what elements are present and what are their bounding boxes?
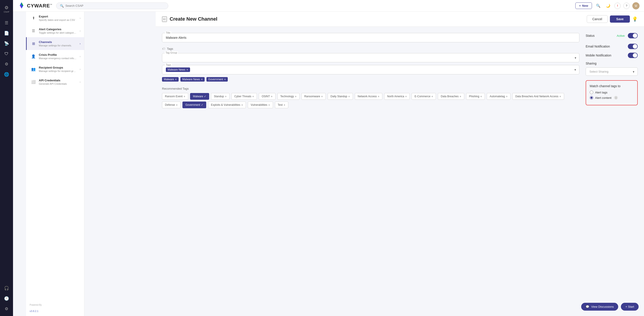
search-icon-btn[interactable]: 🔍 — [595, 2, 602, 9]
rec-tag-13[interactable]: Automatetag + — [487, 93, 510, 100]
back-button[interactable]: ← — [162, 16, 167, 22]
sidebar-item-export[interactable]: ⬆ Export Specify dates and export as CSV… — [26, 12, 84, 24]
help-icon-btn[interactable]: ? — [623, 3, 630, 9]
rec-tag-icon-11: + — [460, 95, 461, 98]
lightbulb-icon[interactable]: 💡 — [632, 16, 638, 22]
start-button[interactable]: + Start — [621, 303, 638, 311]
header-actions: + New 🔍 🌙 ! ? U — [575, 2, 640, 9]
rec-tag-icon-3: + — [252, 95, 254, 98]
rec-tag-11[interactable]: Data Breaches + — [438, 93, 464, 100]
rec-tag-icon-10: + — [431, 95, 433, 98]
svg-marker-3 — [22, 5, 23, 8]
sharing-select-wrapper[interactable]: Select Sharing — [586, 67, 638, 76]
rec-tag-icon-5: + — [295, 95, 297, 98]
rec-tag-icon-4: + — [271, 95, 273, 98]
rec-tag-0[interactable]: Ransom Event + — [162, 93, 188, 100]
save-button[interactable]: Save — [610, 15, 630, 23]
rec-tag-8[interactable]: Network Access + — [355, 93, 382, 100]
rec-tag-19[interactable]: Test + — [275, 102, 288, 108]
plus-icon: + — [579, 4, 581, 7]
status-toggle[interactable] — [628, 33, 638, 38]
rec-tag-icon-19: + — [284, 103, 286, 107]
user-avatar[interactable]: U — [632, 2, 640, 9]
rec-tag-4[interactable]: OSINT + — [259, 93, 276, 100]
email-notification-toggle[interactable] — [628, 44, 638, 49]
alert-content-radio[interactable] — [590, 96, 593, 100]
rec-tag-label-14: Data Breaches And Network Access — [515, 95, 558, 98]
api-credentials-arrow: › — [80, 80, 80, 84]
svg-marker-1 — [22, 2, 23, 5]
rec-tag-icon-15: + — [176, 103, 178, 107]
svg-marker-2 — [20, 5, 22, 8]
rec-tag-label-5: Technology — [280, 95, 294, 98]
svg-marker-0 — [20, 2, 22, 5]
rec-tag-12[interactable]: Phishing + — [466, 93, 485, 100]
rec-tag-label-7: Daily Standup — [330, 95, 347, 98]
sidebar-item-api-credentials[interactable]: ⬜ API Credentials Generate API Credentia… — [26, 76, 84, 88]
version-label: v3.8.2.1 — [26, 309, 84, 316]
remove-malware[interactable]: ✕ — [175, 78, 177, 81]
rec-tag-icon-14: + — [559, 95, 561, 98]
rec-tag-10[interactable]: E-Commerce + — [412, 93, 436, 100]
title-input[interactable] — [162, 33, 579, 42]
form-area: Title 🏷 Tags Tag Group — [156, 27, 644, 115]
main-wrapper: ⚙ CSAP ☰ 📄 📡 🛡 ⚙ 🌐 🎧 🕐 ⚙ — [13, 12, 644, 316]
moon-icon-btn[interactable]: 🌙 — [604, 2, 612, 9]
rec-tag-14[interactable]: Data Breaches And Network Access + — [512, 93, 564, 100]
sidebar-item-recipient-groups[interactable]: 👥 Recipient Groups Manage settings for r… — [26, 63, 84, 76]
sidebar-item-alert-categories[interactable]: ☰ Alert Categories Toggle settings for a… — [26, 24, 84, 37]
alert-content-radio-row[interactable]: Alert content i — [590, 96, 634, 100]
email-notification-row: Email Notification — [586, 44, 638, 49]
remove-malware-news[interactable]: ✕ — [201, 78, 203, 81]
search-icon: 🔍 — [60, 4, 64, 8]
sidebar-item-crisis-profile[interactable]: 👤 Crisis Profile Manage emergency contac… — [26, 50, 84, 63]
view-discussions-button[interactable]: 💬 View Discussions — [581, 303, 618, 311]
rec-tag-9[interactable]: North America + — [384, 93, 410, 100]
rec-tag-label-10: E-Commerce — [414, 95, 430, 98]
page-header: ← Create New Channel Cancel Save 💡 — [156, 12, 644, 27]
logo-text: CYWARE™ — [27, 3, 52, 9]
tags-input-wrapper[interactable]: Tags Malware News ✕ — [162, 65, 580, 74]
mobile-notification-row: Mobile Notification — [586, 53, 638, 58]
rec-tag-icon-0: + — [184, 95, 185, 98]
rec-tag-6[interactable]: Ransomware + — [301, 93, 326, 100]
rec-tag-17[interactable]: Exploits & Vulnerabilities + — [208, 102, 246, 108]
new-button[interactable]: + New — [575, 2, 592, 9]
rec-tag-1[interactable]: Malware ✓ — [190, 93, 209, 100]
alert-categories-icon: ☰ — [30, 28, 36, 34]
rec-tag-2[interactable]: Standup + — [211, 93, 230, 100]
rec-tag-label-6: Ransomware — [304, 95, 320, 98]
cancel-button[interactable]: Cancel — [587, 15, 608, 23]
search-input[interactable] — [66, 4, 164, 7]
email-notification-label: Email Notification — [586, 45, 610, 48]
rec-tag-16[interactable]: Government ✓ — [182, 102, 206, 108]
logo-area: CYWARE™ — [18, 2, 52, 10]
floating-bottom: 💬 View Discussions + Start — [581, 303, 638, 311]
rec-tag-label-19: Test — [278, 103, 283, 106]
rec-tag-label-16: Government — [185, 103, 200, 106]
alert-icon-btn[interactable]: ! — [614, 3, 621, 9]
rec-tag-15[interactable]: Defense + — [162, 102, 181, 108]
tag-group-wrapper[interactable]: Tag Group — [162, 53, 580, 62]
sidebar: ⬆ Export Specify dates and export as CSV… — [26, 12, 84, 316]
rec-tag-7[interactable]: Daily Standup + — [328, 93, 353, 100]
mobile-notification-toggle[interactable] — [628, 53, 638, 58]
alert-tags-label: Alert tags — [595, 91, 608, 94]
tag-group-select[interactable] — [162, 53, 580, 62]
rec-tag-3[interactable]: Cyber Threats + — [231, 93, 257, 100]
alert-tags-radio-row[interactable]: Alert tags — [590, 91, 634, 94]
remove-government[interactable]: ✕ — [224, 78, 226, 81]
rec-tag-icon-16: ✓ — [201, 103, 203, 106]
alert-content-info-icon[interactable]: i — [614, 96, 618, 100]
sharing-select[interactable]: Select Sharing — [586, 68, 638, 76]
alert-tags-radio[interactable] — [590, 91, 593, 94]
rec-tag-5[interactable]: Technology + — [277, 93, 300, 100]
rec-tag-18[interactable]: Vulnerabilities + — [248, 102, 273, 108]
search-bar[interactable]: 🔍 — [56, 2, 168, 9]
form-left: Title 🏷 Tags Tag Group — [162, 33, 580, 108]
rec-tag-icon-2: + — [225, 95, 227, 98]
sidebar-item-channels[interactable]: ⊞ Channels Manage settings for channels.… — [26, 37, 84, 50]
rec-tag-label-18: Vulnerabilities — [251, 103, 267, 106]
malware-news-remove[interactable]: ✕ — [186, 68, 188, 71]
tag-group-label: Tag Group — [165, 51, 178, 54]
